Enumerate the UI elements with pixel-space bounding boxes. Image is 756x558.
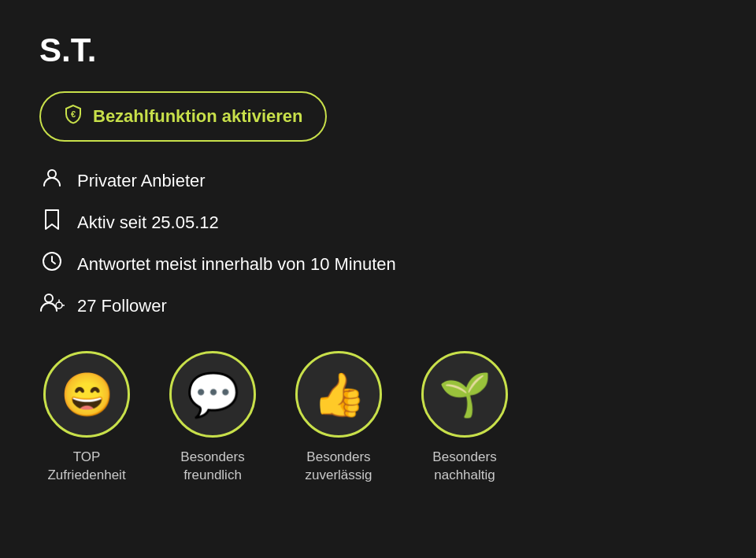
pay-button[interactable]: € Bezahlfunktion aktivieren [39, 91, 327, 142]
badge-label-satisfaction: TOPZufriedenheit [47, 449, 125, 485]
info-item-provider: Privater Anbieter [39, 167, 717, 194]
svg-point-1 [48, 170, 56, 178]
provider-type-text: Privater Anbieter [77, 171, 206, 191]
bookmark-icon [39, 209, 65, 236]
badge-circle-satisfaction: 😄 [43, 351, 130, 438]
response-time-text: Antwortet meist innerhalb von 10 Minuten [77, 254, 396, 275]
clock-icon [39, 250, 65, 278]
active-since-text: Aktiv seit 25.05.12 [77, 212, 219, 233]
shield-euro-icon: € [63, 104, 83, 129]
badges-section: 😄 TOPZufriedenheit 💬 Besondersfreundlich… [39, 351, 717, 485]
badge-label-sustainable: Besondersnachhaltig [432, 449, 496, 485]
info-item-followers: 27 Follower [39, 292, 717, 320]
svg-text:€: € [71, 109, 76, 119]
badge-top-satisfaction: 😄 TOPZufriedenheit [39, 351, 134, 485]
info-list: Privater Anbieter Aktiv seit 25.05.12 An… [39, 167, 717, 320]
info-item-response: Antwortet meist innerhalb von 10 Minuten [39, 250, 717, 278]
svg-point-3 [45, 294, 53, 302]
badge-friendly: 💬 Besondersfreundlich [165, 351, 260, 485]
badge-circle-sustainable: 🌱 [421, 351, 508, 438]
info-item-active: Aktiv seit 25.05.12 [39, 209, 717, 236]
badge-label-reliable: Besonderszuverlässig [305, 449, 372, 485]
pay-button-label: Bezahlfunktion aktivieren [93, 106, 303, 127]
person-icon [39, 167, 65, 194]
badge-circle-reliable: 👍 [295, 351, 382, 438]
followers-text: 27 Follower [77, 296, 167, 316]
followers-icon [39, 292, 65, 320]
username: S.T. [39, 31, 717, 69]
badge-reliable: 👍 Besonderszuverlässig [291, 351, 386, 485]
badge-sustainable: 🌱 Besondersnachhaltig [417, 351, 512, 485]
badge-label-friendly: Besondersfreundlich [180, 449, 244, 485]
svg-point-4 [56, 302, 62, 309]
badge-circle-friendly: 💬 [169, 351, 256, 438]
